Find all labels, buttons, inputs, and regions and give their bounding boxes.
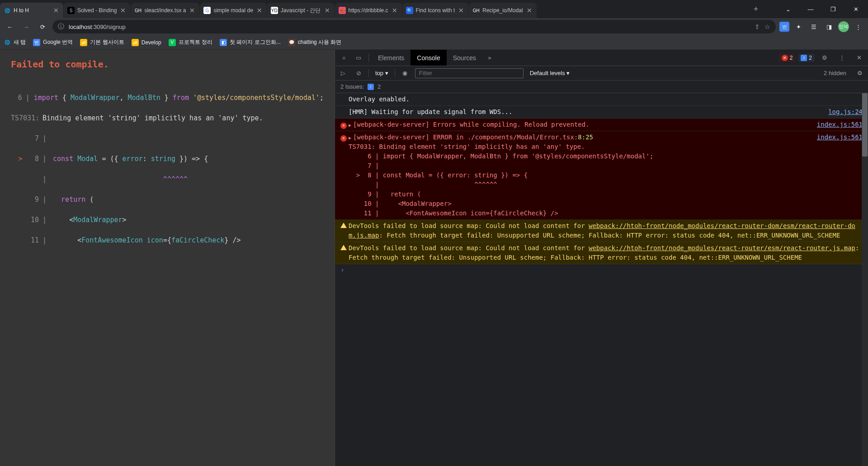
menu-icon[interactable]: ⋮ xyxy=(852,20,864,33)
page-error-overlay: Failed to compile. 6| import { ModalWrap… xyxy=(0,50,335,466)
browser-tab[interactable]: GHsleact/index.tsx a✕ xyxy=(131,3,199,18)
issues-bar[interactable]: 2 Issues: ! 2 xyxy=(335,81,868,93)
bookmark-label: Google 번역 xyxy=(43,38,73,46)
bookmark-label: 프로젝트 정리 xyxy=(179,38,212,46)
browser-toolbar: ← → ⟳ ⓘ localhost:3090/signup ⇪ ☆ 번 ✦ ☰ … xyxy=(0,18,868,35)
source-map-link[interactable]: webpack://htoh-front/node_modules/react-… xyxy=(589,244,855,252)
disclosure-icon[interactable]: ▶ xyxy=(349,135,353,140)
back-button[interactable]: ← xyxy=(4,20,16,33)
profile-avatar[interactable]: 민덕 xyxy=(838,21,849,32)
bookmark-item[interactable]: 🌐새 탭 xyxy=(4,38,26,46)
bookmark-icon: 📁 xyxy=(80,39,87,46)
side-panel-icon[interactable]: ◨ xyxy=(823,20,835,33)
tab-favicon: S xyxy=(67,7,75,14)
tab-close-icon[interactable]: ✕ xyxy=(256,7,263,14)
bookmark-item[interactable]: ◧첫 페이지 로그인화... xyxy=(220,38,281,46)
share-icon[interactable]: ⇪ xyxy=(755,23,760,30)
tab-title: sleact/index.tsx a xyxy=(144,7,186,14)
console-output: Overlay enabled. [HMR] Waiting for updat… xyxy=(335,93,868,466)
issues-badge[interactable]: !2 xyxy=(798,54,815,62)
tab-close-icon[interactable]: ✕ xyxy=(391,7,398,14)
tab-title: Javascript - 간단 xyxy=(281,7,321,14)
tab-favicon: YD xyxy=(271,7,278,14)
reload-button[interactable]: ⟳ xyxy=(36,20,49,33)
clear-console-icon[interactable]: ⊘ xyxy=(353,68,364,79)
extensions-icon[interactable]: ✦ xyxy=(792,20,805,33)
browser-tab[interactable]: GHRecipe_io/Modal✕ xyxy=(469,3,536,18)
browser-tab[interactable]: 🌐H to H✕ xyxy=(0,3,63,18)
warning-icon xyxy=(340,223,347,228)
console-sidebar-icon[interactable]: ▷ xyxy=(338,68,349,79)
more-tabs-icon[interactable]: » xyxy=(482,51,497,65)
url-host: localhost:3090/signup xyxy=(69,24,126,30)
content-area: Failed to compile. 6| import { ModalWrap… xyxy=(0,50,868,466)
bookmark-item[interactable]: 💬chatting 사용 화면 xyxy=(288,38,342,46)
hidden-count[interactable]: 2 hidden xyxy=(824,70,850,76)
tab-close-icon[interactable]: ✕ xyxy=(119,7,127,14)
tab-favicon: 🌐 xyxy=(4,7,11,14)
forward-button[interactable]: → xyxy=(20,20,33,33)
bookmark-icon: 💬 xyxy=(288,39,295,46)
bookmark-icon: 📁 xyxy=(132,39,139,46)
log-row-warning: DevTools failed to load source map: Coul… xyxy=(335,242,868,264)
devtools-menu-icon[interactable]: ⋮ xyxy=(835,51,849,65)
new-tab-button[interactable]: + xyxy=(750,3,762,15)
bookmark-item[interactable]: V프로젝트 정리 xyxy=(169,38,212,46)
bookmark-item[interactable]: 📁Develop xyxy=(132,39,161,46)
tab-console[interactable]: Console xyxy=(410,50,446,66)
tab-close-icon[interactable]: ✕ xyxy=(189,7,196,14)
address-bar[interactable]: ⓘ localhost:3090/signup ⇪ ☆ xyxy=(52,20,776,33)
settings-icon[interactable]: ⚙ xyxy=(817,51,832,65)
minimize-button[interactable]: ― xyxy=(800,2,821,16)
disclosure-icon[interactable]: ▶ xyxy=(349,123,353,128)
tab-elements[interactable]: Elements xyxy=(372,50,410,66)
browser-tab[interactable]: SSolved - Binding✕ xyxy=(64,3,130,18)
log-row-error: ✕ ▶[webpack-dev-server] ERROR in ./compo… xyxy=(335,131,868,220)
log-levels-select[interactable]: Default levels ▾ xyxy=(528,69,572,77)
translate-icon[interactable]: 번 xyxy=(779,22,789,32)
bookmark-icon: 번 xyxy=(33,39,40,46)
bookmark-item[interactable]: 번Google 번역 xyxy=(33,38,73,46)
close-window-button[interactable]: ✕ xyxy=(845,2,866,16)
console-settings-icon[interactable]: ⚙ xyxy=(854,68,865,79)
browser-tab[interactable]: 🏀https://dribbble.c✕ xyxy=(335,3,402,18)
tab-favicon: GH xyxy=(472,7,480,14)
log-row: Overlay enabled. xyxy=(335,93,868,106)
scrollbar[interactable] xyxy=(862,93,868,466)
tab-close-icon[interactable]: ✕ xyxy=(324,7,331,14)
context-select[interactable]: top ▾ xyxy=(373,69,390,77)
tab-favicon: G xyxy=(203,7,211,14)
window-controls: ⌄ ― ❐ ✕ xyxy=(778,2,868,16)
bookmark-label: Develop xyxy=(142,39,161,46)
browser-tab[interactable]: 🔍Find Icons with t✕ xyxy=(402,3,469,18)
info-icon: ⓘ xyxy=(58,23,64,31)
tab-close-icon[interactable]: ✕ xyxy=(526,7,533,14)
scrollbar-thumb[interactable] xyxy=(862,93,868,157)
live-expression-icon[interactable]: ◉ xyxy=(400,68,410,79)
device-toolbar-icon[interactable]: ▭ xyxy=(351,51,366,65)
browser-tab[interactable]: Gsimple modal de✕ xyxy=(200,3,266,18)
console-toolbar: ▷ ⊘ top ▾ ◉ Default levels ▾ 2 hidden ⚙ xyxy=(335,66,868,81)
console-prompt[interactable]: › xyxy=(335,264,868,276)
browser-tab[interactable]: YDJavascript - 간단✕ xyxy=(267,3,335,18)
star-icon[interactable]: ☆ xyxy=(764,23,770,30)
tab-close-icon[interactable]: ✕ xyxy=(458,7,465,14)
bookmark-item[interactable]: 📁기본 웹사이트 xyxy=(80,38,124,46)
bookmark-label: 기본 웹사이트 xyxy=(90,38,124,46)
tab-sources[interactable]: Sources xyxy=(447,50,482,66)
browser-titlebar: 🌐H to H✕SSolved - Binding✕GHsleact/index… xyxy=(0,0,868,18)
tab-close-icon[interactable]: ✕ xyxy=(52,7,60,14)
close-devtools-icon[interactable]: ✕ xyxy=(852,51,866,65)
tab-favicon: GH xyxy=(134,7,142,14)
tab-title: Solved - Binding xyxy=(77,7,117,14)
errors-badge[interactable]: ✕2 xyxy=(779,54,796,62)
source-link[interactable]: index.js:561 xyxy=(813,120,863,129)
source-link[interactable]: log.js:24 xyxy=(825,107,863,117)
caret-down-icon[interactable]: ⌄ xyxy=(778,2,798,16)
reading-list-icon[interactable]: ☰ xyxy=(807,20,820,33)
maximize-button[interactable]: ❐ xyxy=(823,2,844,16)
filter-input[interactable] xyxy=(415,68,524,78)
source-link[interactable]: index.js:561 xyxy=(813,133,863,218)
bookmark-icon: 🌐 xyxy=(4,39,11,46)
inspect-icon[interactable]: ⟐ xyxy=(337,51,351,65)
